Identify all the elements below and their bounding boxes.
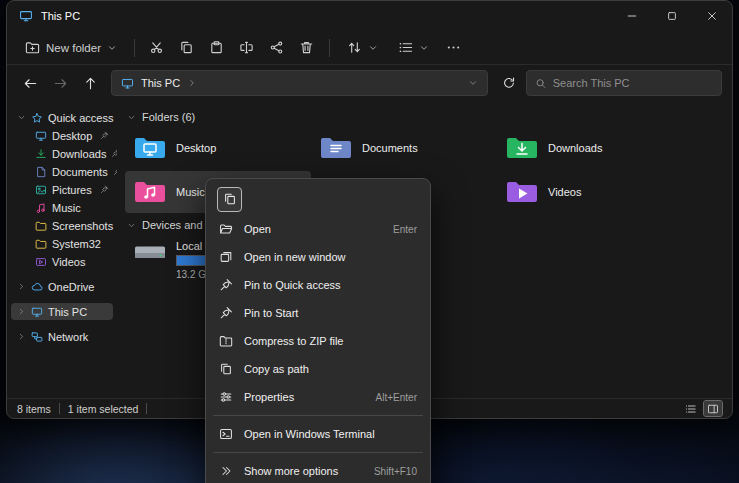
sidebar-item-desktop[interactable]: Desktop (11, 127, 113, 144)
download-icon (35, 148, 47, 160)
folder-tile-documents[interactable]: Documents (311, 127, 497, 169)
command-bar: New folder (7, 31, 732, 65)
sidebar-item-network[interactable]: Network (11, 328, 113, 345)
sidebar-item-label: Music (52, 202, 81, 214)
menu-item-open-new-window[interactable]: Open in new window (210, 243, 426, 271)
titlebar: This PC (7, 1, 732, 31)
folder-tile-label: Videos (548, 186, 581, 198)
sidebar-item-this-pc[interactable]: This PC (11, 303, 113, 320)
sidebar-item-label: This PC (48, 306, 87, 318)
drive-icon (133, 238, 167, 266)
chevron-down-icon[interactable] (468, 78, 478, 88)
sidebar-item-onedrive[interactable]: OneDrive (11, 278, 113, 295)
menu-separator (213, 452, 423, 453)
breadcrumb[interactable]: This PC (111, 70, 488, 96)
menu-item-label: Show more options (244, 465, 338, 477)
new-folder-icon (25, 40, 40, 55)
folder-icon (35, 220, 47, 232)
back-button[interactable] (17, 70, 43, 96)
minimize-button[interactable] (612, 1, 652, 31)
chevron-down-icon[interactable] (127, 221, 136, 230)
folders-section-header[interactable]: Folders (6) (127, 111, 732, 123)
desktop: This PC New folder (0, 0, 739, 483)
chevron-down-icon (419, 43, 429, 53)
chevron-down-icon[interactable] (127, 113, 136, 122)
sidebar-item-videos[interactable]: Videos (11, 253, 113, 270)
window-title: This PC (41, 10, 80, 22)
pin-icon (219, 306, 233, 320)
maximize-button[interactable] (652, 1, 692, 31)
view-icon (398, 40, 413, 55)
menu-item-open-windows-terminal[interactable]: Open in Windows Terminal (210, 420, 426, 448)
new-folder-button[interactable]: New folder (17, 36, 125, 59)
chevron-right-icon[interactable] (187, 78, 197, 88)
sidebar-item-system32[interactable]: System32 (11, 235, 113, 252)
cut-button[interactable] (144, 35, 170, 61)
folder-tile-desktop[interactable]: Desktop (125, 127, 311, 169)
new-folder-label: New folder (46, 42, 101, 54)
more-options-button[interactable] (441, 35, 467, 61)
forward-button[interactable] (47, 70, 73, 96)
status-separator (146, 403, 147, 414)
item-count: 8 items (17, 403, 51, 415)
view-button[interactable] (390, 36, 437, 59)
sidebar-item-screenshots[interactable]: Screenshots (11, 217, 113, 234)
search-input[interactable] (553, 77, 713, 89)
menu-item-label: Open in Windows Terminal (244, 428, 375, 440)
copy-button[interactable] (174, 35, 200, 61)
breadcrumb-item[interactable]: This PC (141, 77, 180, 89)
folder-tile-videos[interactable]: Videos (497, 171, 683, 213)
rename-button[interactable] (234, 35, 260, 61)
status-separator (59, 403, 60, 414)
large-icons-view-button[interactable] (704, 401, 722, 416)
folder-tile-downloads[interactable]: Downloads (497, 127, 683, 169)
paste-button[interactable] (204, 35, 230, 61)
toolbar-separator (329, 39, 330, 57)
chevron-right-icon[interactable] (17, 282, 26, 291)
copy-button[interactable] (217, 187, 242, 212)
sidebar-item-label: Network (48, 331, 88, 343)
navigation-pane: Quick access Desktop Downloads Documents (7, 101, 117, 398)
folder-tile-label: Music (176, 186, 205, 198)
caption-buttons (612, 1, 732, 31)
menu-item-pin-quick-access[interactable]: Pin to Quick access (210, 271, 426, 299)
sidebar-item-documents[interactable]: Documents (11, 163, 113, 180)
sidebar-item-label: Pictures (52, 184, 92, 196)
sidebar-item-label: Quick access (48, 112, 113, 124)
details-view-button[interactable] (682, 401, 700, 416)
sidebar-item-quick-access[interactable]: Quick access (11, 109, 113, 126)
sidebar-item-label: OneDrive (48, 281, 94, 293)
menu-item-shortcut: Alt+Enter (376, 392, 417, 403)
up-button[interactable] (77, 70, 103, 96)
chevron-right-icon[interactable] (17, 332, 26, 341)
delete-button[interactable] (294, 35, 320, 61)
search-box[interactable] (526, 70, 722, 96)
menu-item-label: Compress to ZIP file (244, 335, 343, 347)
menu-item-open[interactable]: Open Enter (210, 215, 426, 243)
folder-icon (505, 178, 539, 206)
menu-item-copy-as-path[interactable]: Copy as path (210, 355, 426, 383)
sidebar-item-music[interactable]: Music (11, 199, 113, 216)
chevron-down-icon[interactable] (17, 113, 26, 122)
menu-item-pin-to-start[interactable]: Pin to Start (210, 299, 426, 327)
close-button[interactable] (692, 1, 732, 31)
menu-item-compress-zip[interactable]: Compress to ZIP file (210, 327, 426, 355)
sidebar-item-downloads[interactable]: Downloads (11, 145, 113, 162)
sort-button[interactable] (339, 36, 386, 59)
this-pc-icon (19, 9, 33, 23)
menu-item-shortcut: Shift+F10 (374, 466, 417, 477)
pin-icon (100, 185, 109, 194)
menu-item-show-more-options[interactable]: Show more options Shift+F10 (210, 457, 426, 483)
folder-tile-label: Desktop (176, 142, 216, 154)
folder-tile-label: Downloads (548, 142, 602, 154)
sidebar-item-pictures[interactable]: Pictures (11, 181, 113, 198)
chevron-right-icon[interactable] (17, 307, 26, 316)
terminal-icon (219, 427, 233, 441)
refresh-button[interactable] (496, 70, 522, 96)
show-more-icon (219, 464, 233, 478)
sort-icon (347, 40, 362, 55)
share-button[interactable] (264, 35, 290, 61)
menu-item-properties[interactable]: Properties Alt+Enter (210, 383, 426, 411)
context-menu-quick-actions (210, 183, 426, 215)
menu-item-label: Pin to Quick access (244, 279, 341, 291)
